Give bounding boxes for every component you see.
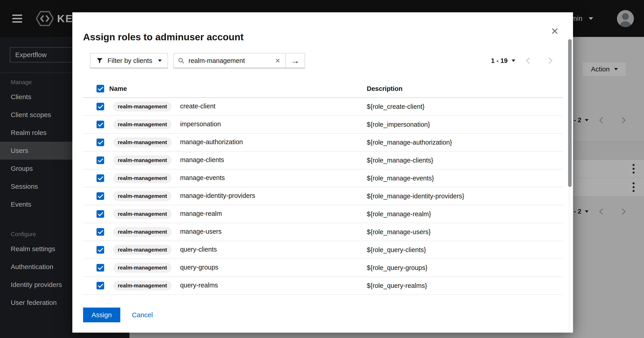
chevron-down-icon (158, 60, 162, 62)
filter-icon (96, 57, 103, 64)
row-checkbox[interactable] (96, 138, 104, 146)
client-badge: realm-management (113, 209, 172, 219)
role-name: query-clients (180, 246, 217, 253)
table-row: realm-management query-realms ${role_que… (83, 277, 563, 294)
cancel-button[interactable]: Cancel (132, 311, 153, 319)
table-row: realm-management query-groups ${role_que… (83, 259, 563, 277)
table-row: realm-management query-clients ${role_qu… (83, 241, 563, 259)
role-name: query-realms (180, 282, 218, 289)
table-row: realm-management manage-authorization ${… (83, 134, 563, 151)
client-badge: realm-management (113, 245, 172, 255)
table-row: realm-management manage-events ${role_ma… (83, 169, 563, 187)
scrollbar-thumb[interactable] (568, 39, 572, 187)
row-checkbox[interactable] (96, 156, 104, 164)
role-name: manage-events (180, 174, 225, 181)
table-header-row: Name Description (83, 80, 563, 98)
modal-header: Assign roles to adminuser account ✕ (72, 12, 573, 43)
role-name: manage-clients (180, 156, 224, 164)
role-description: ${role_impersonation} (367, 116, 563, 134)
role-name: manage-authorization (180, 138, 243, 146)
row-checkbox[interactable] (96, 192, 104, 200)
client-badge: realm-management (113, 102, 172, 112)
row-checkbox[interactable] (96, 210, 104, 218)
column-header-name: Name (109, 80, 367, 98)
search-submit-button[interactable]: → (285, 53, 305, 68)
row-checkbox[interactable] (96, 264, 104, 272)
row-checkbox[interactable] (96, 246, 104, 254)
table-row: realm-management manage-users ${role_man… (83, 223, 563, 241)
role-description: ${role_query-clients} (367, 241, 563, 259)
role-name: query-groups (180, 264, 218, 271)
role-name: impersonation (180, 120, 221, 128)
client-badge: realm-management (113, 191, 172, 201)
role-description: ${role_manage-authorization} (367, 134, 563, 151)
client-badge: realm-management (113, 227, 172, 237)
client-badge: realm-management (113, 155, 172, 165)
role-description: ${role_manage-identity-providers} (367, 187, 563, 205)
table-row: realm-management create-client ${role_cr… (83, 98, 563, 116)
role-name: create-client (180, 102, 216, 110)
close-icon[interactable]: ✕ (549, 25, 560, 38)
search-input[interactable] (188, 57, 271, 65)
row-checkbox[interactable] (96, 103, 104, 110)
client-badge: realm-management (113, 173, 172, 183)
role-description: ${role_manage-events} (367, 169, 563, 187)
role-description: ${role_query-realms} (367, 277, 563, 294)
modal-scrollbar[interactable] (568, 37, 572, 331)
client-badge: realm-management (113, 120, 172, 130)
row-checkbox[interactable] (96, 228, 104, 236)
client-badge: realm-management (113, 138, 172, 147)
pagination-next-icon[interactable] (546, 58, 552, 64)
table-row: realm-management manage-realm ${role_man… (83, 205, 563, 223)
search-input-group: ✕ (173, 53, 286, 68)
select-all-checkbox[interactable] (96, 85, 104, 92)
pagination-range: 1 - 19 (491, 57, 508, 64)
table-row: realm-management manage-identity-provide… (83, 187, 563, 205)
role-description: ${role_query-groups} (367, 259, 563, 277)
row-checkbox[interactable] (96, 121, 104, 128)
modal-pagination: 1 - 19 (491, 57, 553, 64)
filter-dropdown-label: Filter by clients (108, 57, 152, 64)
filter-by-clients-dropdown[interactable]: Filter by clients (90, 53, 168, 68)
role-name: manage-realm (180, 210, 222, 217)
assign-roles-modal: Assign roles to adminuser account ✕ Filt… (72, 12, 573, 333)
roles-table: Name Description realm-management create… (83, 80, 563, 308)
role-name: manage-users (180, 228, 222, 235)
role-description: ${role_manage-users} (367, 223, 563, 241)
column-header-description: Description (367, 80, 563, 98)
client-badge: realm-management (113, 263, 172, 273)
role-description: ${role_create-client} (367, 98, 563, 116)
pagination-prev-icon[interactable] (526, 58, 532, 64)
table-row: realm-management impersonation ${role_im… (83, 116, 563, 134)
clear-search-icon[interactable]: ✕ (274, 57, 281, 64)
row-checkbox[interactable] (96, 282, 104, 290)
chevron-down-icon[interactable] (512, 60, 515, 62)
arrow-right-icon: → (291, 56, 300, 66)
client-badge: realm-management (113, 281, 172, 290)
search-icon (178, 57, 184, 64)
table-row: realm-management manage-clients ${role_m… (83, 151, 563, 169)
role-description: ${role_manage-realm} (367, 205, 563, 223)
role-name: manage-identity-providers (180, 192, 255, 199)
role-description: ${role_manage-clients} (367, 151, 563, 169)
modal-title: Assign roles to adminuser account (83, 31, 546, 43)
row-checkbox[interactable] (96, 174, 104, 182)
modal-footer: Assign Cancel (72, 308, 573, 333)
modal-toolbar: Filter by clients ✕ → 1 - 19 (90, 53, 553, 68)
assign-button[interactable]: Assign (83, 308, 120, 322)
